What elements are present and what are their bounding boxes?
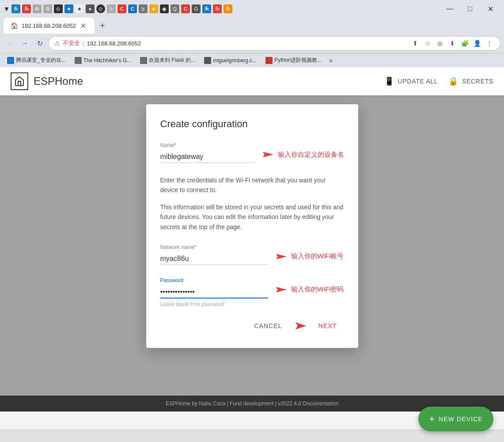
fab-label: NEW DEVICE <box>439 416 483 423</box>
description-2: This information will be stored in your … <box>160 202 344 232</box>
password-field-container: Password 输入你的WiFi密码 Leave blank if no pa… <box>160 277 344 307</box>
password-annotation: 输入你的WiFi密码 <box>273 284 344 295</box>
description-1: Enter the credentials of the Wi-Fi netwo… <box>160 175 344 195</box>
back-button[interactable]: ← <box>4 37 16 49</box>
phone-icon: 📱 <box>384 76 394 86</box>
bookmark-label-2: The Hitchhiker's G... <box>83 57 131 64</box>
security-label: 不安全 <box>63 39 80 47</box>
bookmark-favicon-4 <box>204 57 211 64</box>
modal-actions: CANCEL NEXT <box>160 318 344 334</box>
tab-title: 192.168.68.208:6052 <box>22 23 76 29</box>
bookmark-1[interactable]: 腾讯课堂_专业的在... <box>4 56 69 65</box>
app-logo: ESPHome <box>11 72 83 90</box>
logo-icon <box>11 72 28 90</box>
arrow-icon-2 <box>273 251 289 262</box>
minimize-button[interactable]: — <box>440 2 460 16</box>
bookmarks-more-icon[interactable]: » <box>329 57 333 64</box>
next-arrow-icon <box>293 320 309 332</box>
bookmark-label-4: miguelgrinberg.c... <box>213 57 257 64</box>
password-hint: Leave blank if no password <box>160 301 344 307</box>
security-icon: ⚠ <box>54 40 60 47</box>
bookmark-favicon-5 <box>265 57 273 64</box>
close-button[interactable]: ✕ <box>480 2 500 16</box>
secrets-button[interactable]: 🔒 SECRETS <box>448 76 493 86</box>
network-name-field-container: Network name* 输入你的WiFi账号 <box>160 244 344 265</box>
footer-text: ESPHome by Nabu Casa | Fund development … <box>166 400 338 407</box>
bookmark-label-5: Python进阶视频教... <box>274 57 322 64</box>
bookmark-icon[interactable]: ☆ <box>422 38 433 49</box>
window-controls: — □ ✕ <box>440 2 500 16</box>
network-name-input[interactable] <box>160 253 268 265</box>
next-button-wrapper: NEXT <box>293 318 344 334</box>
bookmark-4[interactable]: miguelgrinberg.c... <box>201 56 260 65</box>
bookmarks-bar: 腾讯课堂_专业的在... The Hitchhiker's G... 欢迎来到 … <box>0 53 504 67</box>
extension-icon[interactable]: 🧩 <box>459 38 470 49</box>
tab-favicon: 🏠 <box>11 22 18 29</box>
bookmark-5[interactable]: Python进阶视频教... <box>262 56 325 65</box>
profile-icon[interactable]: 👤 <box>472 38 482 49</box>
bookmark-3[interactable]: 欢迎来到 Flask 的... <box>136 56 199 65</box>
address-bar-container: ← → ↻ ⚠ 不安全 | 192.168.68.208:6052 ⬆ ☆ ◎ … <box>0 34 504 53</box>
arrow-icon-3 <box>273 284 289 295</box>
name-annotation: 输入你自定义的设备名 <box>260 149 344 160</box>
download-icon[interactable]: ⬇ <box>447 38 458 49</box>
bookmark-favicon-1 <box>7 57 14 64</box>
share-icon[interactable]: ⬆ <box>410 38 421 49</box>
main-content: Create configuration Name* 输入你自定义的设备名 <box>0 95 504 396</box>
app-area: ESPHome 📱 UPDATE ALL 🔒 SECRETS Create co… <box>0 67 504 429</box>
app-name: ESPHome <box>34 75 83 87</box>
password-annotation-text: 输入你的WiFi密码 <box>291 285 344 294</box>
url-text: 192.168.68.208:6052 <box>87 40 141 47</box>
browser-tabs: 🏠 192.168.68.208:6052 ✕ + <box>0 18 504 34</box>
cancel-button[interactable]: CANCEL <box>247 318 289 334</box>
lock-icon: 🔒 <box>448 76 459 86</box>
network-annotation: 输入你的WiFi账号 <box>273 251 344 262</box>
new-device-fab[interactable]: + NEW DEVICE <box>418 407 493 431</box>
update-all-label: UPDATE ALL <box>398 78 438 85</box>
active-tab[interactable]: 🏠 192.168.68.208:6052 ✕ <box>4 18 95 34</box>
tab-close-button[interactable]: ✕ <box>80 22 87 30</box>
password-input[interactable] <box>160 286 268 298</box>
bookmark-favicon-3 <box>140 57 147 64</box>
header-actions: 📱 UPDATE ALL 🔒 SECRETS <box>384 76 493 86</box>
create-config-modal: Create configuration Name* 输入你自定义的设备名 <box>146 104 358 348</box>
app-header: ESPHome 📱 UPDATE ALL 🔒 SECRETS <box>0 67 504 95</box>
browser-title-bar: ▼ 头 头 ⚙ ⚙ ⊙ ★ ★ ● ⊙ b C C b ★ ◉ Q C G 头 … <box>0 0 504 18</box>
modal-title: Create configuration <box>160 118 344 130</box>
reload-button[interactable]: ↻ <box>34 37 46 49</box>
bookmark-favicon-2 <box>75 57 82 64</box>
bookmark-2[interactable]: The Hitchhiker's G... <box>71 56 135 65</box>
update-all-button[interactable]: 📱 UPDATE ALL <box>384 76 438 86</box>
name-annotation-text: 输入你自定义的设备名 <box>278 151 344 159</box>
fab-icon: + <box>429 413 435 425</box>
network-annotation-text: 输入你的WiFi账号 <box>291 252 344 261</box>
maximize-button[interactable]: □ <box>460 2 480 16</box>
url-separator: | <box>83 40 84 47</box>
arrow-icon-1 <box>260 149 276 160</box>
address-bar[interactable]: ⚠ 不安全 | 192.168.68.208:6052 ⬆ ☆ ◎ ⬇ 🧩 👤 … <box>49 36 500 50</box>
chrome-icon[interactable]: ◎ <box>435 38 445 49</box>
bookmark-label-3: 欢迎来到 Flask 的... <box>149 57 195 64</box>
forward-button[interactable]: → <box>19 37 31 49</box>
name-label: Name* <box>160 142 255 148</box>
password-label: Password <box>160 277 268 283</box>
bookmark-label-1: 腾讯课堂_专业的在... <box>16 57 66 64</box>
menu-icon[interactable]: ⋮ <box>484 38 495 49</box>
network-name-label: Network name* <box>160 244 268 250</box>
name-input[interactable] <box>160 151 255 163</box>
next-button[interactable]: NEXT <box>311 318 344 334</box>
new-tab-button[interactable]: + <box>95 18 110 34</box>
name-field-container: Name* 输入你自定义的设备名 <box>160 142 344 163</box>
secrets-label: SECRETS <box>462 78 493 85</box>
address-bar-icons: ⬆ ☆ ◎ ⬇ 🧩 👤 ⋮ <box>410 38 495 49</box>
